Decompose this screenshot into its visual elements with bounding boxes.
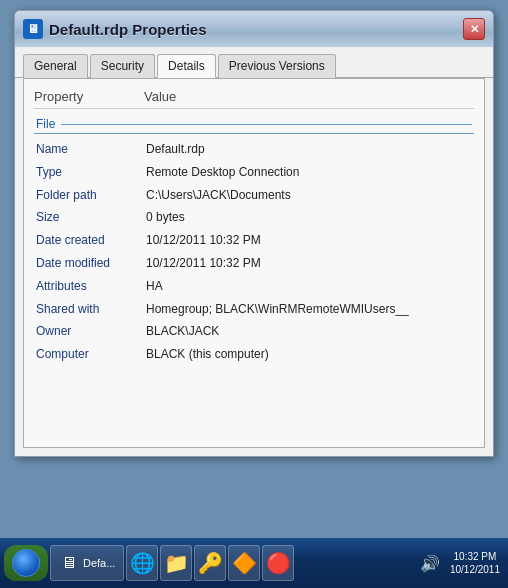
window-title: Default.rdp Properties: [49, 21, 207, 38]
prop-name-2: Folder path: [36, 187, 146, 204]
app2-icon: 🔶: [234, 553, 254, 573]
tabs-bar: General Security Details Previous Versio…: [15, 47, 493, 78]
table-row: Name Default.rdp: [34, 138, 474, 161]
taskbar-window-item[interactable]: 🖥 Defa...: [50, 545, 124, 581]
tab-general[interactable]: General: [23, 54, 88, 78]
tray-clock: 10:32 PM 10/12/2011: [446, 550, 504, 576]
window-icon: 🖥: [23, 19, 43, 39]
prop-name-9: Computer: [36, 346, 146, 363]
table-row: Owner BLACK\JACK: [34, 320, 474, 343]
taskbar-app3-item[interactable]: 🔴: [262, 545, 294, 581]
taskbar-app2-item[interactable]: 🔶: [228, 545, 260, 581]
tab-details[interactable]: Details: [157, 54, 216, 78]
prop-value-9: BLACK (this computer): [146, 346, 269, 363]
prop-value-3: 0 bytes: [146, 209, 185, 226]
prop-name-5: Date modified: [36, 255, 146, 272]
title-left: 🖥 Default.rdp Properties: [23, 19, 207, 39]
prop-name-7: Shared with: [36, 301, 146, 318]
table-header: Property Value: [34, 89, 474, 109]
app3-icon: 🔴: [268, 553, 288, 573]
volume-icon[interactable]: 🔊: [418, 551, 442, 575]
clock-date: 10/12/2011: [450, 563, 500, 576]
table-row: Date created 10/12/2011 10:32 PM: [34, 229, 474, 252]
tab-security[interactable]: Security: [90, 54, 155, 78]
content-area: Property Value File Name Default.rdp Typ…: [23, 78, 485, 448]
prop-value-5: 10/12/2011 10:32 PM: [146, 255, 261, 272]
col-property-header: Property: [34, 89, 144, 104]
taskbar-ie-item[interactable]: 🌐: [126, 545, 158, 581]
prop-value-8: BLACK\JACK: [146, 323, 219, 340]
explorer-icon: 📁: [166, 553, 186, 573]
app1-icon: 🔑: [200, 553, 220, 573]
start-orb-icon: [12, 549, 40, 577]
prop-name-6: Attributes: [36, 278, 146, 295]
prop-name-3: Size: [36, 209, 146, 226]
table-row: Shared with Homegroup; BLACK\WinRMRemote…: [34, 298, 474, 321]
prop-value-6: HA: [146, 278, 163, 295]
clock-time: 10:32 PM: [450, 550, 500, 563]
prop-value-4: 10/12/2011 10:32 PM: [146, 232, 261, 249]
ie-icon: 🌐: [132, 553, 152, 573]
close-button[interactable]: ✕: [463, 18, 485, 40]
table-row: Type Remote Desktop Connection: [34, 161, 474, 184]
section-file-label: File: [34, 113, 474, 134]
table-row: Folder path C:\Users\JACK\Documents: [34, 184, 474, 207]
title-bar: 🖥 Default.rdp Properties ✕: [15, 11, 493, 47]
table-row: Date modified 10/12/2011 10:32 PM: [34, 252, 474, 275]
table-row: Computer BLACK (this computer): [34, 343, 474, 366]
prop-name-4: Date created: [36, 232, 146, 249]
prop-name-0: Name: [36, 141, 146, 158]
properties-window: 🖥 Default.rdp Properties ✕ General Secur…: [14, 10, 494, 457]
prop-value-0: Default.rdp: [146, 141, 205, 158]
start-button[interactable]: [4, 545, 48, 581]
taskbar-explorer-item[interactable]: 📁: [160, 545, 192, 581]
system-tray: 🔊 10:32 PM 10/12/2011: [418, 550, 504, 576]
taskbar-app1-item[interactable]: 🔑: [194, 545, 226, 581]
table-row: Size 0 bytes: [34, 206, 474, 229]
prop-value-1: Remote Desktop Connection: [146, 164, 299, 181]
table-row: Attributes HA: [34, 275, 474, 298]
taskbar-window-icon: 🖥: [59, 553, 79, 573]
prop-value-2: C:\Users\JACK\Documents: [146, 187, 291, 204]
prop-name-1: Type: [36, 164, 146, 181]
prop-name-8: Owner: [36, 323, 146, 340]
taskbar-window-label: Defa...: [83, 557, 115, 569]
taskbar: 🖥 Defa... 🌐 📁 🔑 🔶 🔴 🔊 10:32 PM 10/12/201…: [0, 538, 508, 588]
tab-previous-versions[interactable]: Previous Versions: [218, 54, 336, 78]
col-value-header: Value: [144, 89, 176, 104]
prop-value-7: Homegroup; BLACK\WinRMRemoteWMIUsers__: [146, 301, 409, 318]
